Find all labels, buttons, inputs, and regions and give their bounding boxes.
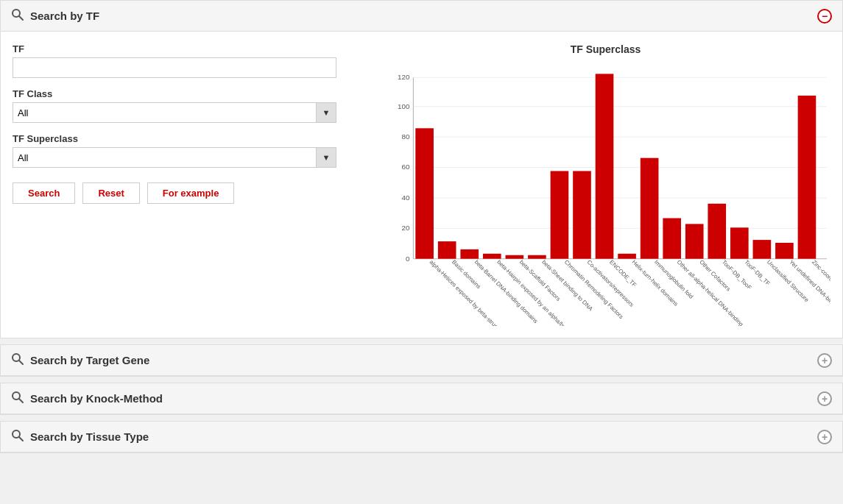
search-by-tf-panel: Search by TF − TF TF Class All ▼	[0, 0, 843, 338]
svg-text:0: 0	[406, 255, 410, 263]
search-by-target-gene-header[interactable]: Search by Target Gene +	[1, 345, 842, 376]
svg-rect-30	[551, 171, 569, 258]
search-target-icon	[11, 352, 24, 368]
svg-rect-38	[641, 158, 659, 259]
tf-superclass-select-wrapper: All ▼	[13, 147, 336, 168]
search-by-tissue-type-title: Search by Tissue Type	[30, 430, 149, 443]
svg-rect-46	[730, 227, 749, 258]
svg-rect-40	[663, 219, 681, 259]
search-button[interactable]: Search	[13, 182, 75, 204]
bar-chart-svg: 0 20 40 60 80	[381, 61, 830, 326]
search-by-knock-method-title: Search by Knock-Method	[30, 392, 163, 405]
svg-rect-28	[528, 255, 546, 259]
svg-rect-34	[596, 74, 614, 258]
tissue-type-header-left: Search by Tissue Type	[11, 429, 149, 444]
svg-text:20: 20	[401, 224, 409, 232]
header-left: Search by TF	[11, 8, 99, 24]
tf-label: TF	[13, 43, 366, 54]
reset-button[interactable]: Reset	[82, 182, 139, 204]
button-row: Search Reset For example	[13, 182, 366, 204]
tf-input[interactable]	[13, 57, 336, 78]
knock-method-header-left: Search by Knock-Method	[11, 391, 163, 406]
expand-knock-method-button[interactable]: +	[817, 391, 832, 406]
chart-container: 0 20 40 60 80	[381, 61, 830, 326]
search-by-knock-method-header[interactable]: Search by Knock-Method +	[1, 383, 842, 414]
tf-class-select[interactable]: All	[13, 102, 336, 123]
svg-text:80: 80	[401, 132, 409, 141]
search-by-target-gene-title: Search by Target Gene	[30, 354, 149, 366]
tf-form: TF TF Class All ▼ TF Superclass	[13, 43, 366, 326]
svg-rect-48	[753, 240, 772, 259]
search-by-knock-method-panel: Search by Knock-Method +	[0, 383, 843, 415]
expand-tissue-type-button[interactable]: +	[817, 430, 832, 444]
search-tf-icon	[11, 8, 24, 24]
svg-text:100: 100	[398, 102, 410, 110]
svg-line-55	[19, 361, 23, 364]
svg-line-59	[19, 437, 23, 441]
svg-text:60: 60	[401, 163, 409, 171]
svg-text:alpha-Helices exposed by beta-: alpha-Helices exposed by beta-structures	[428, 259, 509, 326]
search-knock-icon	[11, 391, 24, 406]
expand-target-gene-button[interactable]: +	[817, 353, 832, 368]
tf-class-group: TF Class All ▼	[13, 88, 366, 123]
search-tissue-icon	[11, 429, 24, 444]
svg-text:120: 120	[398, 73, 410, 81]
svg-rect-44	[708, 204, 726, 259]
search-by-tf-header[interactable]: Search by TF −	[1, 1, 842, 32]
page-container: Search by TF − TF TF Class All ▼	[0, 0, 843, 453]
svg-rect-24	[483, 254, 501, 259]
svg-rect-50	[775, 243, 794, 259]
tf-class-label: TF Class	[13, 88, 366, 99]
svg-rect-18	[415, 128, 434, 258]
for-example-button[interactable]: For example	[147, 182, 235, 204]
svg-line-57	[19, 399, 23, 402]
svg-rect-52	[798, 96, 816, 259]
svg-line-1	[19, 16, 23, 20]
tf-superclass-label: TF Superclass	[13, 133, 366, 144]
search-by-tissue-type-panel: Search by Tissue Type +	[0, 421, 843, 453]
svg-text:Immunoglobulin fold: Immunoglobulin fold	[653, 259, 694, 300]
svg-rect-36	[618, 254, 636, 259]
svg-rect-22	[460, 249, 479, 259]
tf-field-group: TF	[13, 43, 366, 78]
tf-superclass-chart-area: TF Superclass 0 20 40	[381, 43, 830, 326]
search-by-tf-title: Search by TF	[30, 10, 99, 22]
svg-text:beta-Scaffold Factors: beta-Scaffold Factors	[518, 259, 562, 302]
collapse-tf-button[interactable]: −	[817, 9, 832, 24]
tf-superclass-select[interactable]: All	[13, 147, 336, 168]
tf-class-select-wrapper: All ▼	[13, 102, 336, 123]
search-by-tissue-type-header[interactable]: Search by Tissue Type +	[1, 422, 842, 452]
svg-text:Unclassified Structure: Unclassified Structure	[766, 259, 811, 304]
chart-title: TF Superclass	[381, 43, 830, 55]
tf-superclass-group: TF Superclass All ▼	[13, 133, 366, 168]
svg-text:40: 40	[401, 194, 409, 202]
search-by-target-gene-panel: Search by Target Gene +	[0, 344, 843, 377]
tf-body: TF TF Class All ▼ TF Superclass	[1, 32, 842, 338]
svg-rect-26	[506, 255, 524, 259]
svg-rect-20	[438, 241, 456, 259]
svg-rect-32	[573, 171, 591, 258]
svg-rect-42	[685, 224, 704, 258]
target-gene-header-left: Search by Target Gene	[11, 352, 149, 368]
